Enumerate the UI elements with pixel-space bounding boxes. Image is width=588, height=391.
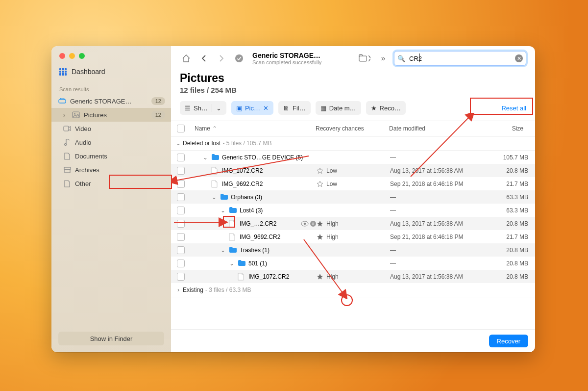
recovery-chance: High xyxy=(326,220,339,227)
calendar-icon: ▦ xyxy=(320,104,326,112)
video-icon xyxy=(63,125,71,132)
star-icon xyxy=(317,220,323,227)
chevron-down-icon[interactable]: ⌄ xyxy=(229,260,235,267)
close-icon[interactable]: ✕ xyxy=(263,104,269,112)
sidebar-item-pictures[interactable]: › Pictures 12 xyxy=(51,108,171,122)
table-row[interactable]: ⌄Lost4 (3) — 63.3 MB xyxy=(171,204,535,217)
group-header[interactable]: ⌄Deleted or lost - 5 files / 105.7 MB xyxy=(171,136,535,151)
file-size: 20.8 MB xyxy=(488,273,535,280)
sort-asc-icon: ⌃ xyxy=(212,125,217,132)
chevron-down-icon[interactable]: ⌄ xyxy=(220,247,226,254)
star-icon xyxy=(317,167,323,174)
chevron-down-icon[interactable]: ⌄ xyxy=(174,140,183,147)
sidebar-badge: 12 xyxy=(151,111,165,119)
col-recovery[interactable]: Recovery chances xyxy=(312,125,385,132)
file-size: 63.3 MB xyxy=(488,207,535,214)
clear-search-button[interactable]: ✕ xyxy=(515,54,523,62)
chevron-down-icon[interactable]: ⌄ xyxy=(211,194,217,201)
row-checkbox[interactable] xyxy=(177,154,185,161)
sidebar-badge: 12 xyxy=(151,97,165,105)
window-controls xyxy=(51,46,171,63)
table-row[interactable]: IMG_…2.CR2#High Aug 13, 2017 at 1:56:38 … xyxy=(171,217,535,230)
chevron-down-icon[interactable]: ⌄ xyxy=(220,207,226,214)
row-checkbox[interactable] xyxy=(177,193,185,201)
table-row[interactable]: ⌄Orphans (3) — 63.3 MB xyxy=(171,190,535,204)
scan-status: Scan completed successfully xyxy=(252,59,321,65)
svg-point-4 xyxy=(65,144,67,146)
date-modified: Sep 21, 2018 at 6:46:18 PM xyxy=(390,234,488,240)
app-window: Dashboard Scan results Generic STORAGE… … xyxy=(51,46,535,352)
recovery-chance: High xyxy=(326,273,339,280)
forward-button[interactable] xyxy=(215,52,228,65)
file-size: 21.7 MB xyxy=(488,234,535,240)
row-checkbox[interactable] xyxy=(177,207,185,214)
pictures-icon: ▣ xyxy=(236,104,242,112)
sidebar-item-documents[interactable]: Documents xyxy=(51,149,171,163)
search-field[interactable]: 🔍 ⌄ ✕ xyxy=(394,51,526,66)
row-checkbox[interactable] xyxy=(177,233,185,241)
row-checkbox[interactable] xyxy=(177,220,185,228)
chevron-right-icon[interactable]: › xyxy=(174,287,183,293)
svg-rect-3 xyxy=(64,126,69,131)
recover-button[interactable]: Recover xyxy=(489,335,528,347)
audio-icon xyxy=(63,138,71,146)
date-modified: — xyxy=(390,247,488,254)
row-checkbox[interactable] xyxy=(177,180,185,188)
file-name: Generic STO…GE DEVICE (5) xyxy=(222,154,317,161)
filter-bar: ☰ Sh… ⌄ ▣ Pic… ✕ 🗎 Fil… ▦ Date m… ★ Reco… xyxy=(171,101,535,121)
reset-all-button[interactable]: Reset all xyxy=(501,104,526,112)
table-row[interactable]: IMG_1072.CR2Low Aug 13, 2017 at 1:56:38 … xyxy=(171,164,535,177)
overflow-button[interactable]: » xyxy=(376,52,389,65)
recovery-chance: Low xyxy=(326,167,337,174)
sidebar-item-storage[interactable]: Generic STORAGE… 12 xyxy=(51,94,171,108)
folder-icon xyxy=(211,154,219,161)
pictures-filter[interactable]: ▣ Pic… ✕ xyxy=(231,101,273,115)
file-name: IMG_9692.CR2 xyxy=(240,234,317,240)
table-row[interactable]: ⌄Generic STO…GE DEVICE (5) — 105.7 MB xyxy=(171,151,535,164)
chevron-right-icon[interactable]: › xyxy=(63,111,68,119)
sidebar-item-other[interactable]: Other xyxy=(51,177,171,190)
chevron-down-icon[interactable]: ⌄ xyxy=(202,154,208,161)
minimize-icon[interactable] xyxy=(69,53,75,59)
show-filter[interactable]: ☰ Sh… ⌄ xyxy=(180,101,226,115)
filter-label: Fil… xyxy=(293,104,306,112)
svg-rect-0 xyxy=(59,100,66,103)
col-name[interactable]: Name⌃ xyxy=(191,125,312,132)
group-header[interactable]: ›Existing - 3 files / 63.3 MB xyxy=(171,283,535,297)
date-modified: — xyxy=(390,260,488,267)
sidebar-dashboard[interactable]: Dashboard xyxy=(51,63,171,80)
sidebar-item-video[interactable]: Video xyxy=(51,122,171,135)
table-row[interactable]: ⌄Trashes (1) — 20.8 MB xyxy=(171,243,535,257)
file-icon xyxy=(229,233,237,241)
row-checkbox[interactable] xyxy=(177,167,185,175)
sidebar-item-audio[interactable]: Audio xyxy=(51,135,171,149)
recovery-filter[interactable]: ★ Reco… xyxy=(366,101,406,115)
file-size: 20.8 MB xyxy=(488,167,535,174)
page-title: Pictures xyxy=(180,72,526,85)
chevron-down-icon[interactable]: ⌄ xyxy=(401,55,405,60)
folder-chooser[interactable] xyxy=(359,52,371,65)
file-size: 20.8 MB xyxy=(488,260,535,267)
zoom-icon[interactable] xyxy=(79,53,85,59)
row-checkbox[interactable] xyxy=(177,260,185,267)
col-size[interactable]: Size xyxy=(483,125,530,132)
date-filter[interactable]: ▦ Date m… xyxy=(316,101,361,115)
table-row[interactable]: ⌄501 (1) — 20.8 MB xyxy=(171,257,535,270)
table-row[interactable]: IMG_1072.CR2High Aug 13, 2017 at 1:56:38… xyxy=(171,270,535,283)
back-button[interactable] xyxy=(197,52,210,65)
row-checkbox[interactable] xyxy=(177,246,185,254)
file-list[interactable]: ⌄Deleted or lost - 5 files / 105.7 MB ⌄G… xyxy=(171,136,535,329)
sidebar-item-archives[interactable]: Archives xyxy=(51,163,171,177)
col-date[interactable]: Date modified xyxy=(385,125,483,132)
table-row[interactable]: IMG_9692.CR2Low Sep 21, 2018 at 6:46:18 … xyxy=(171,177,535,190)
file-size: 21.7 MB xyxy=(488,181,535,187)
table-row[interactable]: IMG_9692.CR2High Sep 21, 2018 at 6:46:18… xyxy=(171,230,535,243)
row-checkbox[interactable] xyxy=(177,273,185,281)
star-icon xyxy=(317,181,323,187)
select-all-checkbox[interactable] xyxy=(177,125,185,132)
close-icon[interactable] xyxy=(59,53,65,59)
show-in-finder-button[interactable]: Show in Finder xyxy=(58,332,164,345)
file-filter[interactable]: 🗎 Fil… xyxy=(278,101,311,115)
search-input[interactable] xyxy=(406,54,512,63)
home-button[interactable] xyxy=(180,52,193,65)
